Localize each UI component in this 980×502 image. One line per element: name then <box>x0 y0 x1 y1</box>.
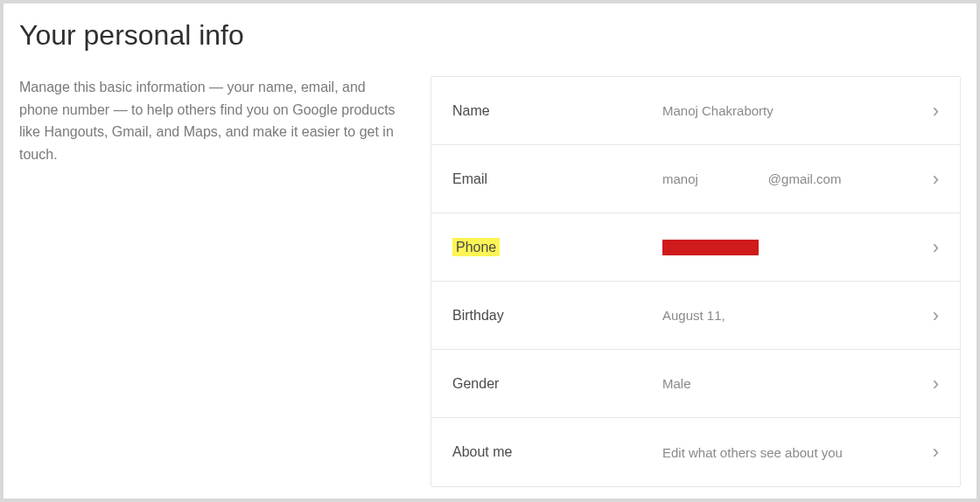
row-gender[interactable]: Gender Male › <box>431 350 960 418</box>
phone-label-highlight: Phone <box>452 238 500 256</box>
row-name-value: Manoj Chakraborty <box>662 103 924 118</box>
row-gender-value: Male <box>662 376 924 391</box>
chevron-right-icon: › <box>933 441 939 464</box>
row-phone-value <box>662 239 924 255</box>
row-about[interactable]: About me Edit what others see about you … <box>431 418 960 486</box>
row-birthday[interactable]: Birthday August 11, › <box>431 282 960 350</box>
row-name-label: Name <box>452 103 662 119</box>
row-email-label: Email <box>452 171 662 187</box>
row-birthday-value: August 11, <box>662 308 924 323</box>
content-wrapper: Manage this basic information — your nam… <box>19 76 961 487</box>
email-local: manoj <box>662 171 698 186</box>
personal-info-panel: Your personal info Manage this basic inf… <box>4 3 976 499</box>
row-about-value: Edit what others see about you <box>662 445 924 460</box>
row-about-label: About me <box>452 444 662 460</box>
row-gender-label: Gender <box>452 376 662 392</box>
email-domain: @gmail.com <box>768 171 842 186</box>
row-phone-label: Phone <box>452 240 662 255</box>
info-list: Name Manoj Chakraborty › Email manoj @gm… <box>430 76 961 487</box>
chevron-right-icon: › <box>933 236 939 259</box>
description-column: Manage this basic information — your nam… <box>19 76 404 487</box>
description-text: Manage this basic information — your nam… <box>19 76 404 165</box>
chevron-right-icon: › <box>933 373 939 395</box>
chevron-right-icon: › <box>933 100 939 122</box>
chevron-right-icon: › <box>933 168 939 191</box>
phone-redacted-block <box>662 240 759 255</box>
page-title: Your personal info <box>19 19 961 52</box>
chevron-right-icon: › <box>933 304 939 327</box>
row-email[interactable]: Email manoj @gmail.com › <box>431 145 960 213</box>
row-birthday-label: Birthday <box>452 308 662 324</box>
row-name[interactable]: Name Manoj Chakraborty › <box>431 77 960 145</box>
row-phone[interactable]: Phone › <box>431 213 960 282</box>
row-email-value: manoj @gmail.com <box>662 171 924 186</box>
